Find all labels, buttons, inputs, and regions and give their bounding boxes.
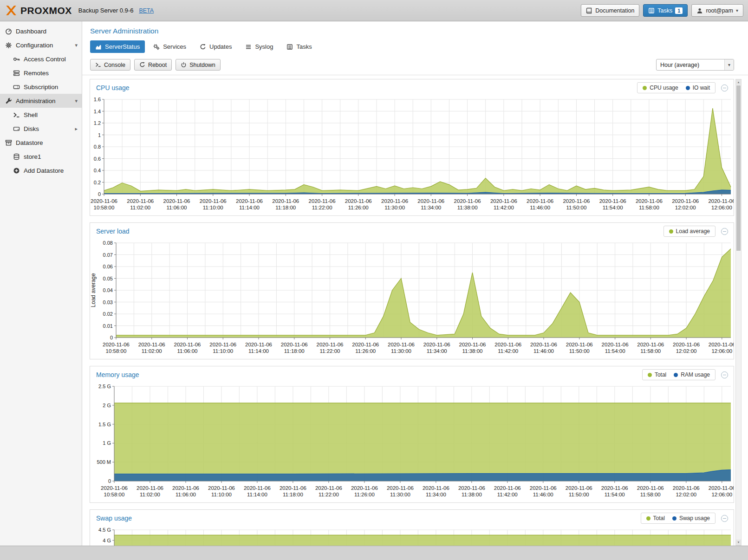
svg-text:4.5 G: 4.5 G bbox=[98, 527, 111, 533]
svg-text:2020-11-06: 2020-11-06 bbox=[599, 198, 626, 204]
sidebar-item-disks[interactable]: Disks▸ bbox=[0, 122, 82, 136]
sidebar-item-dashboard[interactable]: Dashboard bbox=[0, 24, 82, 38]
svg-text:2020-11-06: 2020-11-06 bbox=[454, 198, 481, 204]
chart-legend: Load average bbox=[663, 226, 715, 237]
brand-name: PROXMOX bbox=[20, 5, 72, 16]
panel-title: Server load bbox=[96, 228, 130, 235]
tasks-label: Tasks bbox=[657, 7, 672, 14]
gears-icon bbox=[153, 44, 160, 50]
top-actions: Documentation Tasks 1 root@pam ▾ bbox=[581, 4, 743, 17]
scroll-down-button[interactable]: ▼ bbox=[736, 540, 741, 545]
timeframe-select[interactable]: Hour (average) ▾ bbox=[656, 59, 734, 71]
svg-text:0.04: 0.04 bbox=[103, 287, 113, 293]
svg-text:2020-11-06: 2020-11-06 bbox=[137, 485, 163, 491]
beta-link[interactable]: BETA bbox=[139, 7, 154, 14]
svg-text:0.07: 0.07 bbox=[103, 252, 113, 258]
sidebar-item-remotes[interactable]: Remotes bbox=[0, 66, 82, 80]
sidebar-item-subscription[interactable]: Subscription bbox=[0, 80, 82, 94]
svg-text:11:06:00: 11:06:00 bbox=[176, 492, 196, 497]
product-version: Backup Server 0.9-6 bbox=[78, 7, 134, 14]
vertical-scrollbar[interactable]: ▲ ▼ bbox=[735, 79, 741, 546]
svg-text:1: 1 bbox=[98, 132, 101, 138]
collapse-panel-icon[interactable] bbox=[721, 371, 728, 378]
reboot-button[interactable]: Reboot bbox=[134, 59, 172, 71]
sidebar-item-store1[interactable]: store1 bbox=[0, 150, 82, 163]
server-load-chart: 00.010.020.030.040.050.060.070.08Load av… bbox=[90, 239, 734, 359]
legend-dot bbox=[669, 229, 673, 234]
svg-text:11:46:00: 11:46:00 bbox=[533, 348, 554, 354]
legend-dot bbox=[646, 516, 650, 521]
svg-text:2020-11-06: 2020-11-06 bbox=[101, 485, 128, 491]
tab-label: Services bbox=[163, 43, 186, 50]
svg-text:12:06:00: 12:06:00 bbox=[711, 348, 732, 354]
svg-text:11:10:00: 11:10:00 bbox=[213, 348, 233, 354]
svg-text:2020-11-06: 2020-11-06 bbox=[244, 485, 271, 491]
sidebar-item-administration[interactable]: Administration▾ bbox=[0, 94, 82, 108]
svg-text:11:50:00: 11:50:00 bbox=[569, 492, 589, 497]
svg-text:11:54:00: 11:54:00 bbox=[605, 492, 625, 497]
user-icon bbox=[696, 7, 703, 14]
sidebar-item-add-datastore[interactable]: Add Datastore bbox=[0, 163, 82, 177]
svg-text:2020-11-06: 2020-11-06 bbox=[494, 342, 521, 347]
tasks-button[interactable]: Tasks 1 bbox=[643, 4, 688, 17]
sidebar-item-datastore[interactable]: Datastore bbox=[0, 136, 82, 150]
tab-serverstatus[interactable]: ServerStatus bbox=[90, 40, 145, 53]
svg-text:2020-11-06: 2020-11-06 bbox=[673, 485, 700, 491]
chevron-right-icon: ▸ bbox=[75, 126, 78, 132]
chevron-down-icon: ▾ bbox=[724, 59, 734, 70]
legend-dot bbox=[674, 373, 678, 377]
svg-text:11:34:00: 11:34:00 bbox=[426, 492, 446, 497]
svg-text:2020-11-06: 2020-11-06 bbox=[91, 198, 117, 204]
console-button[interactable]: Console bbox=[90, 59, 130, 71]
svg-text:1.5 G: 1.5 G bbox=[98, 422, 111, 427]
tab-syslog[interactable]: Syslog bbox=[240, 40, 278, 53]
tab-label: ServerStatus bbox=[105, 43, 140, 50]
svg-text:0.06: 0.06 bbox=[103, 264, 113, 269]
legend-item-ram-usage: RAM usage bbox=[674, 371, 710, 378]
proxmox-logo-icon bbox=[5, 4, 18, 17]
sidebar-item-access-control[interactable]: Access Control bbox=[0, 52, 82, 66]
memory-usage-chart: 0500 M1 G1.5 G2 G2.5 G2020-11-0610:58:00… bbox=[90, 383, 734, 502]
svg-text:2020-11-06: 2020-11-06 bbox=[272, 198, 299, 204]
svg-text:2020-11-06: 2020-11-06 bbox=[527, 198, 553, 204]
chevron-down-icon: ▾ bbox=[736, 8, 738, 13]
top-bar: PROXMOX Backup Server 0.9-6 BETA Documen… bbox=[0, 0, 748, 21]
svg-text:11:10:00: 11:10:00 bbox=[211, 492, 232, 497]
svg-text:2020-11-06: 2020-11-06 bbox=[281, 342, 308, 347]
tab-tasks[interactable]: Tasks bbox=[281, 40, 317, 53]
shutdown-button[interactable]: Shutdown bbox=[176, 59, 221, 71]
scrollbar-thumb[interactable] bbox=[736, 85, 741, 251]
archive-icon bbox=[5, 139, 12, 146]
collapse-panel-icon[interactable] bbox=[721, 515, 728, 522]
sidebar-item-shell[interactable]: Shell bbox=[0, 108, 82, 122]
dashboard-icon bbox=[5, 28, 12, 35]
sidebar-item-label: Shell bbox=[24, 111, 38, 118]
legend-item-load-average: Load average bbox=[669, 228, 710, 234]
svg-text:11:38:00: 11:38:00 bbox=[457, 205, 478, 210]
collapse-panel-icon[interactable] bbox=[721, 228, 728, 235]
panel-header: CPU usage CPU usageIO wait bbox=[90, 79, 734, 96]
svg-text:2020-11-06: 2020-11-06 bbox=[563, 198, 590, 204]
svg-text:2020-11-06: 2020-11-06 bbox=[566, 342, 593, 347]
tab-updates[interactable]: Updates bbox=[195, 40, 237, 53]
svg-text:2020-11-06: 2020-11-06 bbox=[280, 485, 306, 491]
list-icon bbox=[245, 44, 252, 50]
svg-text:2020-11-06: 2020-11-06 bbox=[388, 342, 415, 347]
chevron-down-icon: ▾ bbox=[75, 42, 78, 48]
body-row: DashboardConfiguration▾Access ControlRem… bbox=[0, 21, 748, 546]
sidebar-item-configuration[interactable]: Configuration▾ bbox=[0, 38, 82, 52]
svg-text:Load average: Load average bbox=[90, 273, 97, 307]
svg-text:11:30:00: 11:30:00 bbox=[390, 492, 410, 497]
documentation-button[interactable]: Documentation bbox=[581, 4, 639, 17]
scroll-up-button[interactable]: ▲ bbox=[736, 79, 741, 85]
chart-legend: TotalSwap usage bbox=[641, 513, 715, 524]
collapse-panel-icon[interactable] bbox=[721, 85, 728, 91]
svg-text:0.8: 0.8 bbox=[94, 144, 101, 150]
legend-label: Total bbox=[653, 515, 665, 521]
tab-label: Updates bbox=[209, 43, 232, 50]
tasks-badge: 1 bbox=[675, 7, 683, 14]
user-menu-button[interactable]: root@pam ▾ bbox=[691, 4, 743, 17]
sidebar-item-label: Subscription bbox=[24, 84, 58, 91]
tab-services[interactable]: Services bbox=[148, 40, 191, 53]
svg-text:11:54:00: 11:54:00 bbox=[605, 348, 625, 354]
